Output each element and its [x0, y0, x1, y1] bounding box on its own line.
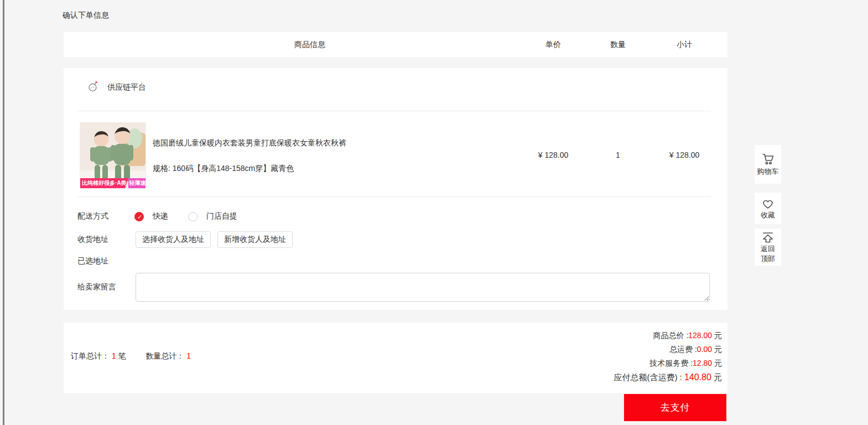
quantity-total-label: 数量总计：: [145, 351, 184, 360]
badge-right: 轻薄速暖: [128, 178, 146, 188]
selected-address-label: 已选地址: [77, 256, 108, 265]
sidebar-back-to-top[interactable]: 返回 顶部: [755, 229, 781, 266]
column-header-quantity: 数量: [610, 32, 626, 57]
order-confirm-page: 确认下单信息 商品信息 单价 数量 小计 供应链平台: [0, 0, 868, 425]
price-summary: 商品总价 :128.00 元 总运费 :0.00 元 技术服务费 :12.80 …: [614, 331, 722, 383]
back-to-top-label-1: 返回: [761, 245, 775, 253]
summary-service-fee: 技术服务费 :12.80 元: [649, 359, 722, 369]
summary-goods-total: 商品总价 :128.00 元: [653, 331, 723, 341]
delivery-option-pickup[interactable]: 门店自提: [188, 211, 237, 221]
order-totals: 订单总计： 1 笔 数量总计： 1: [71, 351, 191, 361]
summary-payable-total: 应付总额(含运费) : 140.80 元: [614, 372, 722, 383]
badge-left: 比纯棉好很多·A类: [80, 178, 128, 188]
product-unit-price: ¥ 128.00: [538, 151, 569, 159]
product-image-banner: 比纯棉好很多·A类 轻薄速暖: [80, 178, 146, 188]
back-to-top-icon: [761, 231, 775, 243]
add-address-button[interactable]: 新增收货人及地址: [217, 231, 293, 248]
divider: [77, 111, 711, 111]
order-total-unit: 笔: [118, 351, 126, 360]
store-name[interactable]: 供应链平台: [107, 82, 146, 92]
quantity-total-value: 1: [186, 351, 191, 360]
table-header-card: 商品信息 单价 数量 小计: [64, 32, 727, 57]
store-row: 供应链平台: [87, 80, 146, 94]
product-image[interactable]: 比纯棉好很多·A类 轻薄速暖: [80, 122, 146, 189]
cart-label: 购物车: [757, 167, 779, 176]
column-header-unit-price: 单价: [545, 32, 561, 57]
radio-express[interactable]: [134, 212, 144, 221]
product-quantity: 1: [616, 151, 620, 159]
summary-card: 订单总计： 1 笔 数量总计： 1 商品总价 :128.00 元 总运费 :0.…: [64, 323, 727, 393]
select-address-button[interactable]: 选择收货人及地址: [136, 231, 211, 248]
product-spec: 规格: 160码【身高148-158cm穿】藏青色: [153, 164, 518, 174]
cart-icon: [761, 153, 775, 166]
seller-message-input[interactable]: [136, 273, 710, 302]
product-subtotal: ¥ 128.00: [669, 151, 700, 159]
go-pay-button[interactable]: 去支付: [624, 394, 726, 421]
summary-shipping-fee: 总运费 :0.00 元: [669, 345, 722, 355]
back-to-top-label-2: 顶部: [761, 255, 775, 263]
shipping-address-label: 收货地址: [77, 235, 136, 245]
order-total-value: 1: [112, 351, 116, 360]
column-header-subtotal: 小计: [677, 32, 692, 57]
order-card: 供应链平台: [64, 68, 727, 310]
window-edge: [3, 0, 4, 425]
order-total-label: 订单总计：: [71, 351, 110, 360]
delivery-method-row: 配送方式 快递 门店自提: [77, 208, 237, 225]
sidebar-favorite[interactable]: 收藏: [755, 193, 781, 224]
radio-pickup[interactable]: [188, 212, 197, 221]
page-title: 确认下单信息: [63, 11, 109, 20]
radio-express-label: 快递: [153, 211, 168, 221]
delivery-method-label: 配送方式: [77, 211, 134, 221]
selected-address-row: 已选地址: [77, 256, 108, 266]
divider: [77, 196, 711, 197]
shipping-address-row: 收货地址 选择收货人及地址 新增收货人及地址: [77, 231, 293, 248]
seller-message-label: 给卖家留言: [77, 273, 136, 302]
delivery-option-express[interactable]: 快递: [134, 211, 168, 221]
favorite-label: 收藏: [761, 211, 775, 220]
product-title[interactable]: 德国磨绒儿童保暖内衣套装男童打底保暖衣女童秋衣秋裤: [153, 138, 518, 148]
seller-message-row: 给卖家留言: [77, 273, 710, 302]
sidebar-cart[interactable]: 购物车: [755, 145, 781, 184]
radio-pickup-label: 门店自提: [206, 211, 237, 221]
store-icon: [87, 80, 98, 94]
heart-icon: [761, 197, 775, 210]
column-header-product-info: 商品信息: [294, 32, 325, 57]
